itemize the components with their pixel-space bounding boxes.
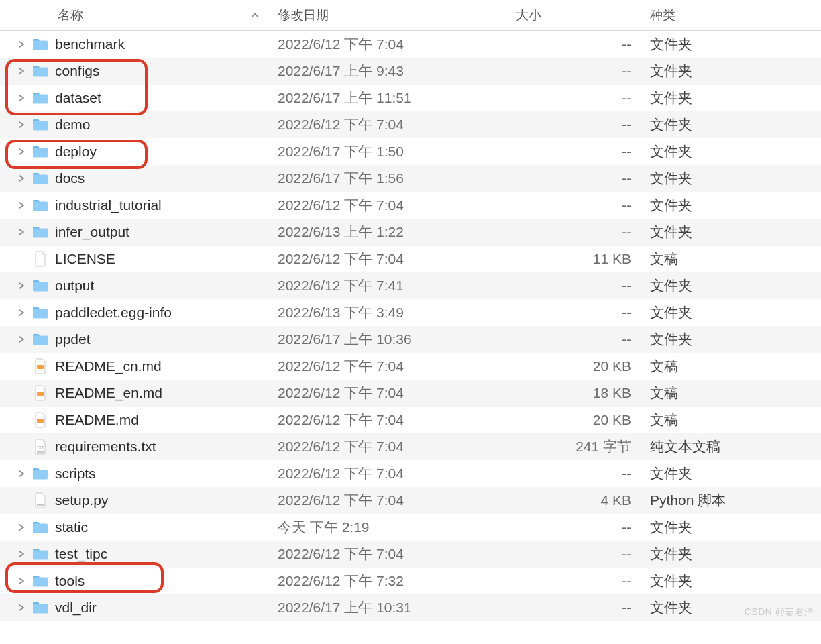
file-row[interactable]: tools 2022/6/12 下午 7:32 -- 文件夹: [0, 568, 821, 594]
disclosure-chevron-icon[interactable]: [15, 40, 28, 48]
file-row[interactable]: docs 2022/6/17 下午 1:56 -- 文件夹: [0, 165, 821, 192]
file-row[interactable]: output 2022/6/12 下午 7:41 -- 文件夹: [0, 272, 821, 299]
file-row[interactable]: configs 2022/6/17 上午 9:43 -- 文件夹: [0, 58, 821, 85]
file-size: 20 KB: [506, 358, 641, 374]
file-name: ppdet: [50, 331, 268, 347]
file-row[interactable]: requirements.txt 2022/6/12 下午 7:04 241 字…: [0, 433, 821, 460]
file-size: --: [506, 305, 641, 321]
sort-ascending-icon: [251, 8, 259, 23]
file-date: 2022/6/17 下午 1:50: [268, 142, 506, 161]
file-size: --: [506, 331, 641, 347]
file-row[interactable]: README_cn.md 2022/6/12 下午 7:04 20 KB 文稿: [0, 353, 821, 380]
file-row[interactable]: ppdet 2022/6/17 上午 10:36 -- 文件夹: [0, 326, 821, 353]
file-date: 2022/6/17 上午 9:43: [268, 62, 506, 80]
column-header-kind-label: 种类: [650, 8, 675, 22]
file-row[interactable]: deploy 2022/6/17 下午 1:50 -- 文件夹: [0, 138, 821, 165]
file-name: benchmark: [50, 36, 268, 52]
file-size: --: [506, 144, 641, 160]
file-name: setup.py: [50, 492, 268, 508]
disclosure-chevron-icon[interactable]: [15, 550, 28, 558]
column-header-size[interactable]: 大小: [506, 7, 641, 24]
file-icon: [31, 251, 50, 267]
file-kind: 文件夹: [641, 330, 821, 349]
file-name: output: [50, 278, 268, 294]
file-row[interactable]: paddledet.egg-info 2022/6/13 下午 3:49 -- …: [0, 299, 821, 326]
column-header-size-label: 大小: [516, 8, 541, 22]
folder-icon: [31, 118, 50, 131]
file-size: 11 KB: [506, 251, 641, 267]
file-name: dataset: [50, 90, 268, 106]
disclosure-chevron-icon[interactable]: [15, 577, 28, 585]
column-header-name[interactable]: 名称: [0, 7, 268, 24]
file-row[interactable]: setup.py 2022/6/12 下午 7:04 4 KB Python 脚…: [0, 487, 821, 514]
file-row[interactable]: static 今天 下午 2:19 -- 文件夹: [0, 514, 821, 541]
column-header-date-label: 修改日期: [278, 8, 329, 22]
file-size: --: [506, 36, 641, 52]
disclosure-chevron-icon[interactable]: [15, 604, 28, 612]
disclosure-chevron-icon[interactable]: [15, 309, 28, 317]
file-date: 2022/6/13 下午 3:49: [268, 303, 506, 322]
folder-icon: [31, 333, 50, 346]
file-row[interactable]: LICENSE 2022/6/12 下午 7:04 11 KB 文稿: [0, 246, 821, 272]
disclosure-chevron-icon[interactable]: [15, 174, 28, 182]
disclosure-chevron-icon[interactable]: [15, 282, 28, 290]
file-name: demo: [50, 117, 268, 133]
file-size: --: [506, 224, 641, 240]
file-row[interactable]: demo 2022/6/12 下午 7:04 -- 文件夹: [0, 111, 821, 138]
file-kind: 文件夹: [641, 545, 821, 564]
disclosure-chevron-icon[interactable]: [15, 523, 28, 531]
file-name: infer_output: [50, 224, 268, 240]
file-row[interactable]: industrial_tutorial 2022/6/12 下午 7:04 --…: [0, 192, 821, 219]
file-date: 2022/6/12 下午 7:04: [268, 464, 506, 483]
folder-icon: [31, 521, 50, 534]
folder-icon: [31, 64, 50, 78]
disclosure-chevron-icon[interactable]: [15, 228, 28, 236]
file-name: paddledet.egg-info: [50, 305, 268, 321]
file-date: 2022/6/17 上午 10:31: [268, 598, 506, 617]
file-row[interactable]: scripts 2022/6/12 下午 7:04 -- 文件夹: [0, 460, 821, 487]
file-size: --: [506, 546, 641, 562]
file-size: --: [506, 466, 641, 482]
disclosure-chevron-icon[interactable]: [15, 201, 28, 209]
file-date: 2022/6/12 下午 7:32: [268, 572, 506, 590]
file-row[interactable]: test_tipc 2022/6/12 下午 7:04 -- 文件夹: [0, 541, 821, 568]
file-row[interactable]: infer_output 2022/6/13 上午 1:22 -- 文件夹: [0, 219, 821, 246]
file-date: 2022/6/12 下午 7:04: [268, 250, 506, 268]
disclosure-chevron-icon[interactable]: [15, 121, 28, 129]
disclosure-chevron-icon[interactable]: [15, 335, 28, 343]
file-row[interactable]: README_en.md 2022/6/12 下午 7:04 18 KB 文稿: [0, 380, 821, 407]
file-kind: 文件夹: [641, 196, 821, 215]
column-header-date[interactable]: 修改日期: [268, 7, 506, 24]
file-row[interactable]: README.md 2022/6/12 下午 7:04 20 KB 文稿: [0, 407, 821, 433]
file-name: README_cn.md: [50, 358, 268, 374]
disclosure-chevron-icon[interactable]: [15, 67, 28, 75]
file-date: 2022/6/12 下午 7:04: [268, 545, 506, 564]
file-kind: 文件夹: [641, 518, 821, 537]
file-size: --: [506, 600, 641, 616]
file-size: 241 字节: [506, 437, 641, 456]
file-kind: 文稿: [641, 250, 821, 268]
file-kind: 文件夹: [641, 62, 821, 80]
disclosure-chevron-icon[interactable]: [15, 148, 28, 156]
file-size: --: [506, 117, 641, 133]
folder-icon: [31, 199, 50, 212]
file-row[interactable]: benchmark 2022/6/12 下午 7:04 -- 文件夹: [0, 31, 821, 58]
file-kind: 文稿: [641, 384, 821, 402]
watermark: CSDN @姜君泽: [745, 606, 814, 619]
folder-icon: [31, 547, 50, 561]
folder-icon: [31, 91, 50, 105]
disclosure-chevron-icon[interactable]: [15, 94, 28, 102]
file-row[interactable]: dataset 2022/6/17 上午 11:51 -- 文件夹: [0, 85, 821, 111]
file-icon: [31, 358, 50, 374]
folder-icon: [31, 574, 50, 588]
disclosure-chevron-icon[interactable]: [15, 470, 28, 478]
folder-icon: [31, 172, 50, 185]
folder-icon: [31, 38, 50, 51]
file-name: scripts: [50, 466, 268, 482]
file-kind: 文件夹: [641, 276, 821, 295]
folder-icon: [31, 145, 50, 158]
file-kind: 文件夹: [641, 572, 821, 590]
column-header-kind[interactable]: 种类: [641, 7, 821, 24]
file-name: LICENSE: [50, 251, 268, 267]
file-row[interactable]: vdl_dir 2022/6/17 上午 10:31 -- 文件夹: [0, 594, 821, 621]
